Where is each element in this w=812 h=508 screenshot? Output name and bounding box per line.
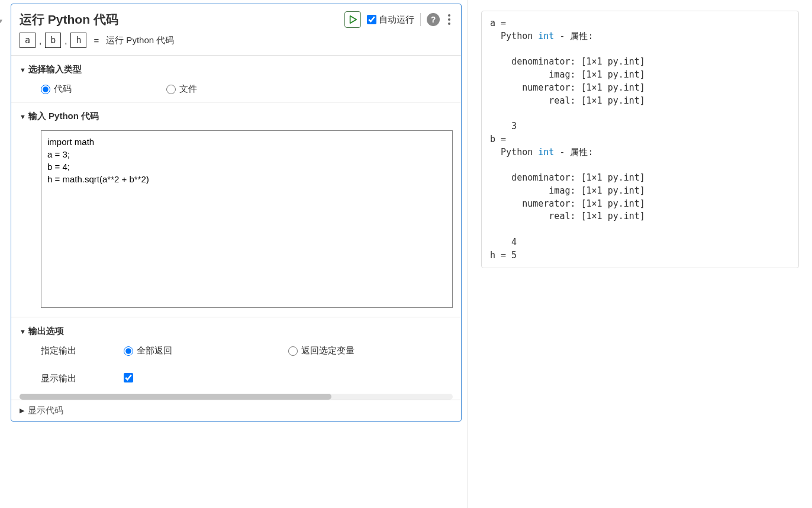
- triangle-down-icon: ▼: [20, 113, 26, 120]
- triangle-down-icon: ▼: [20, 66, 26, 73]
- radio-code[interactable]: 代码: [41, 83, 72, 95]
- svg-marker-0: [350, 16, 357, 23]
- show-code-label: 显示代码: [28, 405, 63, 416]
- python-code-textarea[interactable]: [41, 130, 453, 308]
- triangle-down-icon: ▼: [20, 328, 26, 335]
- show-output-checkbox[interactable]: [124, 373, 133, 382]
- dot-icon: [448, 18, 450, 21]
- autorun-checkbox-input[interactable]: [367, 15, 376, 24]
- input-type-header-text: 选择输入类型: [28, 64, 82, 75]
- show-code-toggle[interactable]: ▶ 显示代码: [11, 400, 461, 421]
- radio-file-label: 文件: [179, 83, 197, 95]
- code-section-header-text: 输入 Python 代码: [28, 111, 99, 122]
- autorun-label: 自动运行: [379, 14, 414, 25]
- radio-return-all-input[interactable]: [124, 346, 133, 356]
- code-section-header[interactable]: ▼ 输入 Python 代码: [20, 111, 453, 122]
- scrollbar-thumb[interactable]: [20, 394, 331, 400]
- triangle-right-icon: ▶: [20, 407, 24, 414]
- dot-icon: [448, 14, 450, 17]
- radio-code-input[interactable]: [41, 85, 50, 94]
- input-type-section: ▼ 选择输入类型 代码 文件: [11, 55, 461, 102]
- radio-return-selected-input[interactable]: [288, 346, 298, 356]
- autorun-checkbox[interactable]: 自动运行: [367, 14, 414, 25]
- radio-return-selected[interactable]: 返回选定变量: [288, 345, 453, 356]
- radio-file-input[interactable]: [166, 85, 176, 94]
- divider: [420, 13, 421, 26]
- output-section-header-text: 输出选项: [28, 326, 64, 337]
- var-sep: ,: [65, 36, 67, 46]
- help-icon[interactable]: ?: [427, 13, 440, 26]
- menu-button[interactable]: [446, 12, 453, 27]
- input-type-header[interactable]: ▼ 选择输入类型: [20, 64, 453, 75]
- specify-output-label: 指定输出: [41, 345, 124, 356]
- var-box-h[interactable]: h: [70, 33, 86, 48]
- var-box-a[interactable]: a: [20, 33, 36, 48]
- radio-return-all[interactable]: 全部返回: [124, 345, 288, 356]
- var-box-b[interactable]: b: [45, 33, 61, 48]
- assign-desc: 运行 Python 代码: [106, 35, 174, 46]
- horizontal-scrollbar[interactable]: [20, 394, 453, 400]
- var-sep: ,: [39, 36, 41, 46]
- show-output-label: 显示输出: [41, 373, 124, 384]
- collapse-marker-icon: ▼: [0, 18, 4, 24]
- radio-return-all-label: 全部返回: [137, 345, 172, 356]
- assign-eq: =: [94, 36, 99, 46]
- radio-code-label: 代码: [54, 83, 72, 95]
- radio-file[interactable]: 文件: [166, 83, 197, 95]
- code-section: ▼ 输入 Python 代码: [11, 102, 461, 317]
- run-button[interactable]: [344, 11, 361, 28]
- radio-return-selected-label: 返回选定变量: [301, 345, 355, 356]
- output-section: ▼ 输出选项 指定输出 全部返回 返回选定变量 显示输出: [11, 317, 461, 391]
- output-vars-line: a , b , h = 运行 Python 代码: [11, 33, 461, 55]
- task-title: 运行 Python 代码: [20, 11, 118, 28]
- output-section-header[interactable]: ▼ 输出选项: [20, 326, 453, 337]
- output-display: a = Python int - 属性: denominator: [1×1 p…: [481, 11, 799, 268]
- dot-icon: [448, 22, 450, 25]
- play-icon: [349, 15, 357, 24]
- task-card: 运行 Python 代码 自动运行 ?: [11, 4, 462, 422]
